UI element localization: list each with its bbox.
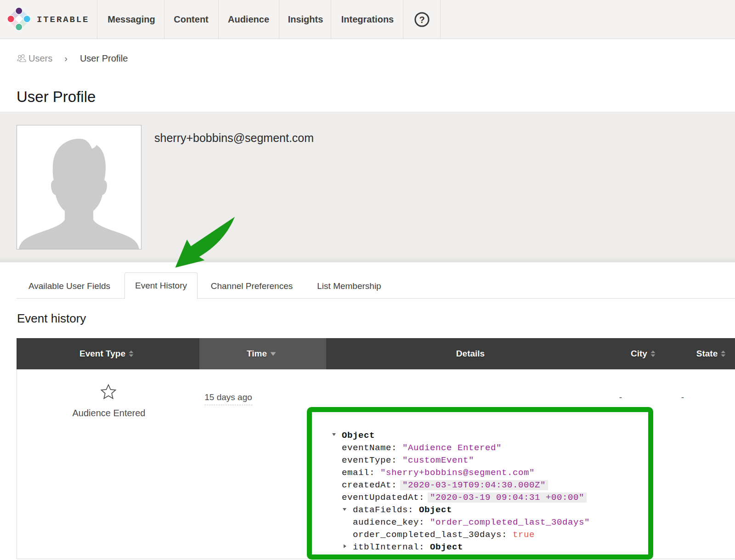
svg-text:?: ? bbox=[419, 15, 424, 25]
